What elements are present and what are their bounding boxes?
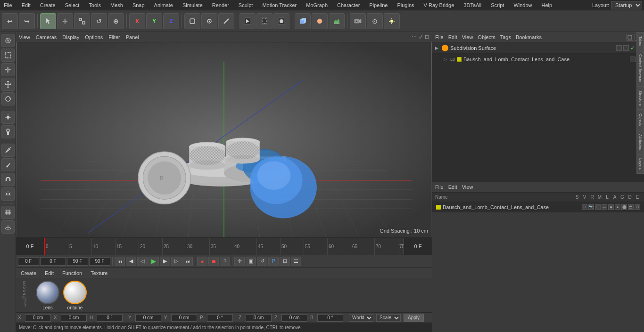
- attr-flag-1[interactable]: ⊙: [582, 204, 587, 210]
- menu-mograph[interactable]: MoGraph: [304, 1, 330, 9]
- auto-key-button[interactable]: ⏺: [208, 257, 219, 266]
- timeline-ruler[interactable]: 0 5 10 15 20 25 30 35 40 45 50 55 60 65 …: [44, 238, 404, 255]
- rotate-side-button[interactable]: [1, 92, 15, 105]
- menu-animate[interactable]: Animate: [152, 1, 175, 9]
- material-create-menu[interactable]: Create: [19, 269, 38, 277]
- vp-menu-display[interactable]: Display: [62, 34, 79, 40]
- play-button[interactable]: ▶: [149, 257, 159, 266]
- point-mode-button[interactable]: [201, 13, 217, 29]
- floor-button[interactable]: [1, 220, 15, 234]
- y-position-input[interactable]: [135, 314, 161, 322]
- menu-pipeline[interactable]: Pipeline: [367, 1, 389, 9]
- next-key-button[interactable]: ▷: [171, 257, 182, 266]
- target-button[interactable]: ⊙: [367, 13, 383, 29]
- edge-mode-button[interactable]: [218, 13, 234, 29]
- prev-frame-button[interactable]: ◀: [126, 257, 136, 266]
- help-button[interactable]: ?: [220, 257, 230, 266]
- camera-button[interactable]: [350, 13, 366, 29]
- menu-simulate[interactable]: Simulate: [181, 1, 205, 9]
- attr-flag-5[interactable]: ◆: [608, 204, 614, 210]
- magnet-button[interactable]: [1, 173, 15, 186]
- material-function-menu[interactable]: Function: [60, 269, 84, 277]
- material-item-lens[interactable]: Lens: [36, 281, 59, 310]
- attr-flag-8[interactable]: ⬒: [628, 204, 634, 210]
- menu-edit[interactable]: Edit: [20, 1, 33, 9]
- rotate-tool-button[interactable]: ↺: [91, 13, 107, 29]
- frame-max-input[interactable]: [89, 257, 110, 266]
- attr-flag-4[interactable]: —: [602, 204, 607, 210]
- vp-icon-move[interactable]: ⤢: [419, 34, 423, 40]
- y-axis-button[interactable]: Y: [146, 13, 162, 29]
- menu-snap[interactable]: Snap: [131, 1, 147, 9]
- x-position-input[interactable]: [25, 314, 51, 322]
- knife-button[interactable]: [1, 158, 15, 171]
- child-flag-1[interactable]: [630, 57, 636, 62]
- x-axis-button[interactable]: X: [129, 13, 145, 29]
- child-object-row[interactable]: ▷ L0 Bausch_and_Lomb_Contact_Lens_and_Ca…: [432, 54, 644, 65]
- obj-icon-1[interactable]: [627, 34, 633, 40]
- cube-button[interactable]: [295, 13, 311, 29]
- z-axis-button[interactable]: Z: [163, 13, 179, 29]
- paint-button[interactable]: [1, 125, 15, 138]
- loop-button[interactable]: ↺: [257, 257, 267, 266]
- motion-button[interactable]: P: [268, 257, 279, 266]
- menu-select[interactable]: Select: [63, 1, 82, 9]
- key-transport-button[interactable]: ▣: [246, 257, 256, 266]
- p-rotation-input[interactable]: [207, 314, 233, 322]
- b-rotation-input[interactable]: [317, 314, 343, 322]
- menu-tools[interactable]: Tools: [87, 1, 103, 9]
- vp-menu-view[interactable]: View: [19, 34, 30, 40]
- object-mode-button[interactable]: [184, 13, 200, 29]
- obj-menu-view[interactable]: View: [462, 34, 473, 40]
- layout-dropdown[interactable]: Startup: [611, 1, 642, 9]
- pen-tool-button[interactable]: [1, 144, 15, 157]
- y-size-input[interactable]: [171, 314, 197, 322]
- tab-structure[interactable]: Structure: [636, 86, 644, 109]
- material-item-container[interactable]: ontaine: [63, 281, 87, 310]
- menu-plugins[interactable]: Plugins: [395, 1, 416, 9]
- menu-file[interactable]: File: [2, 1, 14, 9]
- menu-character[interactable]: Character: [335, 1, 362, 9]
- tab-content-browser[interactable]: Content Browser: [636, 50, 644, 86]
- vp-icon-maximize[interactable]: ⊡: [425, 34, 429, 40]
- timeline-playhead[interactable]: [44, 238, 45, 255]
- menu-script[interactable]: Script: [489, 1, 506, 9]
- material-edit-menu[interactable]: Edit: [43, 269, 56, 277]
- tab-attributes[interactable]: Attributes: [636, 130, 644, 154]
- tab-takes[interactable]: Takes: [636, 32, 644, 50]
- tab-layers[interactable]: Layers: [636, 154, 644, 174]
- frame-end-input[interactable]: [67, 257, 88, 266]
- apply-button[interactable]: Apply: [404, 314, 424, 322]
- grid-transport-button[interactable]: ⊞: [280, 257, 290, 266]
- vp-menu-panel[interactable]: Panel: [126, 34, 139, 40]
- scale-tool-button[interactable]: [74, 13, 90, 29]
- go-start-button[interactable]: ⏮: [115, 257, 125, 266]
- frame-start-input[interactable]: [18, 257, 39, 266]
- menu-motion-tracker[interactable]: Motion Tracker: [260, 1, 298, 9]
- attr-flag-6[interactable]: ▲: [615, 204, 620, 210]
- viewport-3d[interactable]: Perspective: [16, 42, 432, 237]
- transform-tool-button[interactable]: ⊕: [108, 13, 124, 29]
- tab-objects[interactable]: Objects: [636, 109, 644, 130]
- render-viewer-button[interactable]: [273, 13, 289, 29]
- undo-button[interactable]: ↩: [2, 13, 18, 29]
- redo-button[interactable]: ↪: [19, 13, 35, 29]
- z-position-input[interactable]: [246, 314, 272, 322]
- menu-render[interactable]: Render: [210, 1, 231, 9]
- landscape-button[interactable]: [329, 13, 345, 29]
- attr-flag-3[interactable]: ⊞: [595, 204, 601, 210]
- move-button[interactable]: ✛: [1, 63, 15, 76]
- coord-space-dropdown[interactable]: World: [349, 314, 373, 322]
- obj-menu-file[interactable]: File: [435, 34, 444, 40]
- circle-button[interactable]: [312, 13, 328, 29]
- snap-button[interactable]: [1, 111, 15, 124]
- menu-sculpt[interactable]: Sculpt: [237, 1, 255, 9]
- attr-menu-file[interactable]: File: [435, 184, 444, 190]
- vp-icon-dots[interactable]: ⋯: [412, 34, 417, 40]
- menu-vray[interactable]: V-Ray Bridge: [422, 1, 456, 9]
- attr-menu-edit[interactable]: Edit: [448, 184, 457, 190]
- x-size-input[interactable]: [61, 314, 87, 322]
- render-button[interactable]: [239, 13, 256, 29]
- light-button[interactable]: [384, 13, 400, 29]
- menu-3dtall[interactable]: 3DTaAll: [462, 1, 483, 9]
